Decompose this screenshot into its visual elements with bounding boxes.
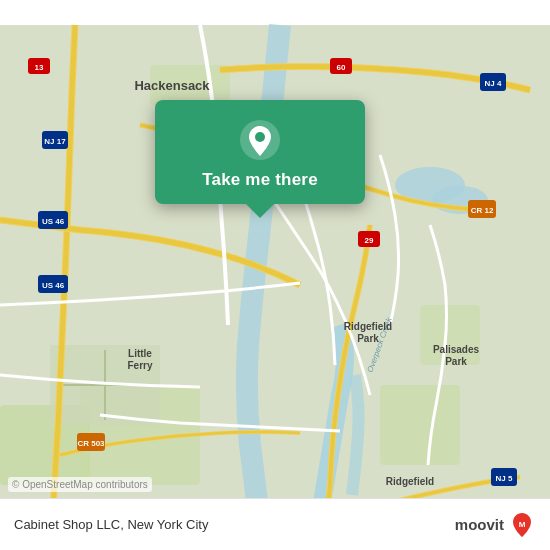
- moovit-logo-text: moovit: [455, 516, 504, 533]
- location-pin-icon: [238, 118, 282, 162]
- place-ridgefield-park-2: Park: [357, 333, 379, 344]
- bottom-bar: Cabinet Shop LLC, New York City moovit M: [0, 498, 550, 550]
- svg-text:US 46: US 46: [42, 217, 65, 226]
- svg-text:NJ 5: NJ 5: [496, 474, 513, 483]
- svg-text:M: M: [519, 520, 526, 529]
- map-background: Overpeck Creek NJ 17 13 60 NJ 4 CR 12 CR…: [0, 0, 550, 550]
- map-container: Overpeck Creek NJ 17 13 60 NJ 4 CR 12 CR…: [0, 0, 550, 550]
- svg-text:NJ 4: NJ 4: [485, 79, 502, 88]
- place-little-ferry-2: Ferry: [127, 360, 152, 371]
- svg-text:13: 13: [35, 63, 44, 72]
- location-title: Cabinet Shop LLC, New York City: [14, 517, 208, 532]
- svg-text:US 46: US 46: [42, 281, 65, 290]
- place-palisades-2: Park: [445, 356, 467, 367]
- place-ridgefield-park: Ridgefield: [344, 321, 392, 332]
- svg-text:NJ 17: NJ 17: [44, 137, 66, 146]
- svg-rect-5: [380, 385, 460, 465]
- svg-text:29: 29: [365, 236, 374, 245]
- moovit-logo: moovit M: [455, 511, 536, 539]
- place-little-ferry: Little: [128, 348, 152, 359]
- moovit-icon: M: [508, 511, 536, 539]
- svg-text:CR 12: CR 12: [471, 206, 494, 215]
- take-me-there-popup[interactable]: Take me there: [155, 100, 365, 204]
- place-palisades: Palisades: [433, 344, 480, 355]
- svg-text:CR 503: CR 503: [77, 439, 105, 448]
- place-ridgefield: Ridgefield: [386, 476, 434, 487]
- take-me-there-label: Take me there: [202, 170, 318, 190]
- svg-point-34: [255, 132, 265, 142]
- svg-text:60: 60: [337, 63, 346, 72]
- map-copyright: © OpenStreetMap contributors: [8, 477, 152, 492]
- place-hackensack: Hackensack: [134, 78, 210, 93]
